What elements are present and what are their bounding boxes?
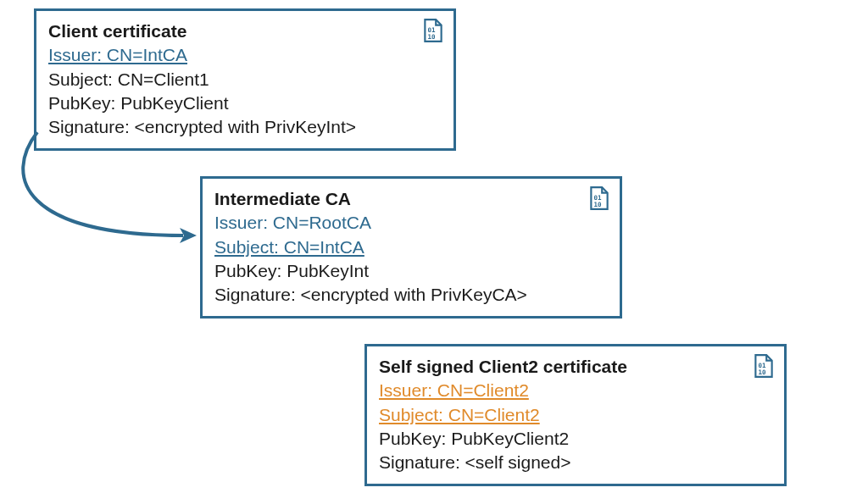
cert-pubkey: PubKey: PubKeyClient2	[379, 427, 772, 451]
cert-issuer: Issuer: CN=IntCA	[48, 43, 442, 67]
cert-subject: Subject: CN=Client2	[379, 403, 772, 427]
svg-text:10: 10	[428, 33, 437, 41]
cert-title: Intermediate CA	[214, 187, 608, 211]
self-signed-certificate-box: Self signed Client2 certificate Issuer: …	[364, 344, 787, 486]
svg-text:10: 10	[594, 201, 603, 208]
cert-title: Self signed Client2 certificate	[379, 355, 772, 379]
cert-pubkey: PubKey: PubKeyClient	[48, 91, 442, 115]
client-certificate-box: Client certificate Issuer: CN=IntCA Subj…	[34, 8, 456, 151]
intermediate-ca-box: Intermediate CA Issuer: CN=RootCA Subjec…	[200, 176, 622, 319]
binary-file-icon: 01 10	[587, 186, 611, 211]
cert-issuer: Issuer: CN=RootCA	[214, 211, 608, 235]
svg-text:10: 10	[759, 368, 767, 376]
cert-subject: Subject: CN=IntCA	[214, 235, 608, 259]
cert-subject: Subject: CN=Client1	[48, 68, 442, 91]
binary-file-icon: 01 10	[752, 353, 776, 379]
binary-file-icon: 01 10	[421, 18, 445, 43]
cert-signature: Signature: <self signed>	[379, 451, 772, 474]
cert-pubkey: PubKey: PubKeyInt	[214, 259, 608, 283]
cert-title: Client certificate	[48, 19, 442, 43]
cert-signature: Signature: <encrypted with PrivKeyCA>	[214, 283, 608, 307]
cert-signature: Signature: <encrypted with PrivKeyInt>	[48, 115, 442, 139]
cert-issuer: Issuer: CN=Client2	[379, 379, 772, 402]
